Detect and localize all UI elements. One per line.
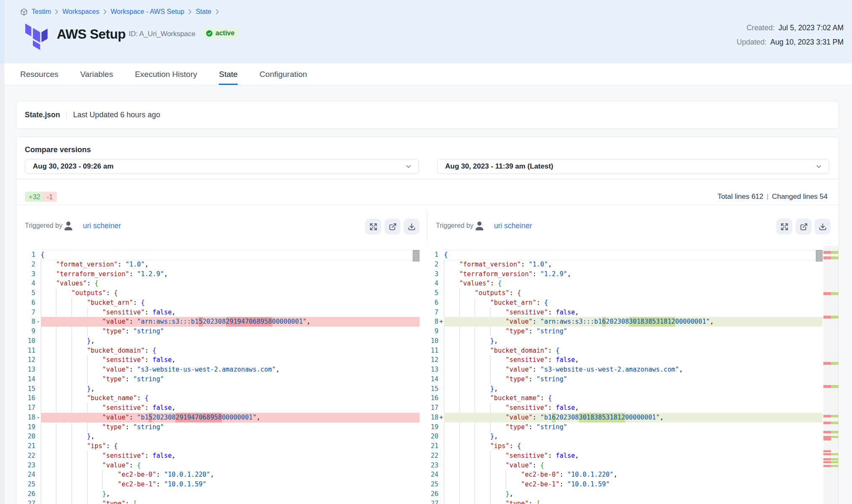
code-line: "format_version": "1.0",: [444, 260, 552, 269]
line-number: 9: [16, 327, 35, 336]
line-number: 23: [16, 461, 35, 470]
status-badge: active: [202, 28, 239, 39]
triggered-by-label-left: Triggered by: [25, 222, 62, 230]
line-number: 5: [427, 288, 438, 298]
line-number: 27: [16, 499, 35, 504]
ruler-removed-mark: [823, 256, 831, 259]
chevron-down-icon: [815, 163, 822, 170]
download-button-left[interactable]: [403, 219, 419, 235]
line-number: 17: [427, 403, 438, 413]
updated-value: Aug 10, 2023 3:31 PM: [770, 38, 844, 46]
state-file-last-updated: Last Updated 6 hours ago: [73, 111, 160, 119]
code-line: "sensitive": false,: [41, 403, 176, 413]
line-number: 8: [427, 317, 438, 327]
left-rail-body: [0, 63, 4, 504]
tab-execution-history[interactable]: Execution History: [135, 63, 197, 85]
divider: [16, 205, 839, 205]
line-number: 16: [427, 393, 438, 403]
editor-scrollbar[interactable]: [413, 250, 419, 261]
code-line: "terraform_version": "1.2.9",: [41, 269, 168, 279]
chevron-down-icon: [405, 163, 412, 170]
version-select-right-value: Aug 30, 2023 - 11:39 am (Latest): [445, 162, 815, 171]
ruler-added-mark: [831, 458, 839, 460]
line-number: 13: [16, 365, 35, 375]
tab-variables[interactable]: Variables: [80, 63, 113, 85]
tab-resources[interactable]: Resources: [20, 63, 58, 85]
triggered-by-user-left[interactable]: uri scheiner: [83, 222, 121, 230]
tab-state[interactable]: State: [219, 63, 237, 85]
ruler-removed-mark: [823, 453, 831, 455]
line-number: 11: [16, 346, 35, 356]
expand-button-left[interactable]: [365, 219, 381, 235]
code-line: "sensitive": false,: [444, 308, 579, 317]
open-external-button-left[interactable]: [385, 219, 401, 235]
code-line: "ec2-be-0": "10.0.1.220",: [444, 470, 617, 480]
version-select-left[interactable]: Aug 30, 2023 - 09:26 am: [25, 159, 419, 174]
code-line: "value": "arn:aws:s3:::b1520230829194706…: [41, 317, 311, 327]
line-number: 25: [16, 480, 35, 489]
code-line: "values": {: [41, 279, 98, 288]
breadcrumb-item-workspaces[interactable]: Workspaces: [62, 8, 99, 16]
code-line: "ec2-be-1": "10.0.1.59": [444, 480, 610, 489]
left-rail-header: [0, 0, 4, 63]
total-lines: Total lines 612: [718, 193, 764, 201]
line-number: 2: [16, 260, 35, 269]
ruler-removed-mark: [823, 436, 831, 441]
ruler-added-mark: [831, 256, 839, 259]
code-line: },: [41, 384, 95, 394]
open-external-button-right[interactable]: [796, 219, 812, 235]
tab-configuration[interactable]: Configuration: [260, 63, 307, 85]
code-line: },: [444, 489, 513, 499]
ruler-removed-mark: [823, 465, 831, 467]
ruler-added-mark: [831, 292, 839, 295]
ruler-added-mark: [831, 436, 839, 438]
editor-scrollbar[interactable]: [816, 250, 823, 261]
code-line: "type": [: [41, 499, 137, 504]
version-select-left-value: Aug 30, 2023 - 09:26 am: [33, 162, 405, 171]
code-line: "bucket_arn": {: [41, 298, 145, 308]
code-line: "sensitive": false,: [444, 451, 579, 461]
breadcrumb-item-workspace[interactable]: Workspace - AWS Setup: [111, 8, 184, 16]
line-number: 21: [427, 441, 438, 451]
code-line: "bucket_name": {: [444, 393, 552, 403]
ruler-added-mark: [831, 316, 839, 319]
line-number: 23: [427, 461, 438, 470]
diff-removed-sign: -: [36, 413, 40, 422]
breadcrumb-item-state[interactable]: State: [196, 8, 211, 16]
chevron-right-icon: [103, 9, 107, 15]
code-line: "type": "string": [444, 422, 567, 432]
breadcrumb: Testim Workspaces Workspace - AWS Setup …: [20, 7, 219, 16]
line-number: 1: [16, 250, 35, 260]
line-number: 16: [16, 393, 35, 403]
diff-editor-original[interactable]: 1{2 "format_version": "1.0",3 "terraform…: [16, 246, 427, 504]
avatar-icon: [63, 220, 74, 232]
divider: |: [767, 193, 768, 201]
version-select-right[interactable]: Aug 30, 2023 - 11:39 am (Latest): [437, 159, 829, 174]
code-line: "sensitive": false,: [41, 308, 176, 317]
breadcrumb-item-org[interactable]: Testim: [32, 8, 51, 16]
ruler-removed-mark: [823, 415, 831, 417]
created-label: Created:: [746, 24, 775, 32]
ruler-removed-mark: [823, 422, 831, 424]
line-number: 22: [16, 451, 35, 461]
changed-lines: Changed lines 54: [772, 193, 828, 201]
code-line: "outputs": {: [41, 288, 118, 298]
download-button-right[interactable]: [815, 219, 831, 235]
line-number: 24: [427, 470, 438, 480]
workspace-id: ID: A_Uri_Workspace: [129, 30, 195, 38]
expand-button-right[interactable]: [776, 219, 792, 235]
line-number: 20: [427, 432, 438, 441]
line-number: 5: [16, 288, 35, 298]
ruler-removed-mark: [823, 385, 831, 388]
code-line: "value": "s3-website-us-west-2.amazonaws…: [41, 365, 280, 375]
code-line: "type": "string": [444, 327, 567, 336]
panel-divider: [427, 210, 427, 242]
code-line: {: [444, 250, 448, 260]
code-line: "ec2-be-1": "10.0.1.59": [41, 480, 207, 489]
chevron-right-icon: [188, 9, 192, 15]
triggered-by-user-right[interactable]: uri scheiner: [494, 222, 532, 230]
line-number: 27: [427, 499, 438, 504]
code-line: "ec2-be-0": "10.0.1.220",: [41, 470, 214, 480]
diff-editor-modified[interactable]: 1{2 "format_version": "1.0",3 "terraform…: [427, 246, 839, 504]
line-number: 18: [427, 413, 438, 422]
